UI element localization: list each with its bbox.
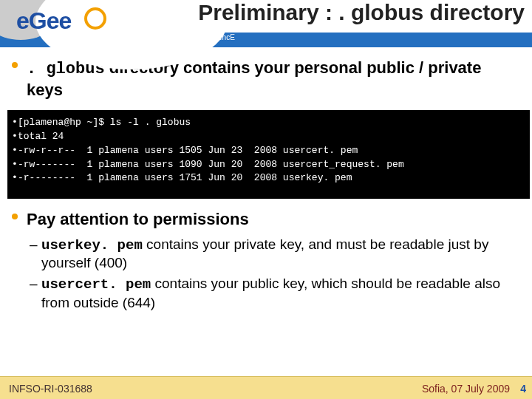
bullet-dot-icon (12, 62, 18, 68)
footer-page-number: 4 (520, 383, 526, 395)
slide-tagline: Enabling Grids for E-sciencE (140, 33, 235, 41)
code-line-2: -rw-r--r-- 1 plamena users 1505 Jun 23 2… (18, 145, 358, 156)
bullet-dot-icon (12, 214, 18, 219)
logo-orange-ring-icon (84, 7, 106, 30)
sub-bullet-2: – usercert. pem contains your public key… (12, 275, 520, 312)
sub2-mono: usercert. pem (41, 276, 151, 293)
sub1-mono: userkey. pem (41, 237, 143, 253)
slide-header: eGee Preliminary : . globus directory En… (0, 0, 532, 47)
code-line-3: -rw------- 1 plamena users 1090 Jun 20 2… (18, 159, 404, 170)
code-line-4: -r-------- 1 plamena users 1751 Jun 20 2… (18, 172, 352, 183)
logo: eGee (6, 3, 132, 44)
logo-text: eGee (16, 7, 71, 35)
slide-title: Preliminary : . globus directory (198, 0, 525, 25)
footer-left: INFSO-RI-031688 (9, 383, 92, 395)
dash-icon: – (30, 236, 38, 253)
slide-content: . globus directory contains your persona… (12, 58, 520, 312)
sub-bullet-1: – userkey. pem contains your private key… (12, 236, 520, 273)
slide-footer: INFSO-RI-031688 Sofia, 07 July 2009 4 (0, 376, 532, 399)
code-block: •[plamena@hp ~]$ ls -l . globus•total 24… (7, 110, 530, 199)
footer-right: Sofia, 07 July 2009 (422, 383, 510, 395)
code-line-0: [plamena@hp ~]$ ls -l . globus (18, 117, 191, 128)
bullet-2: Pay attention to permissions (12, 209, 520, 230)
dash-icon: – (30, 275, 38, 293)
code-line-1: total 24 (18, 131, 64, 142)
bullet-2-text: Pay attention to permissions (27, 209, 520, 230)
section-2: Pay attention to permissions – userkey. … (12, 209, 520, 312)
